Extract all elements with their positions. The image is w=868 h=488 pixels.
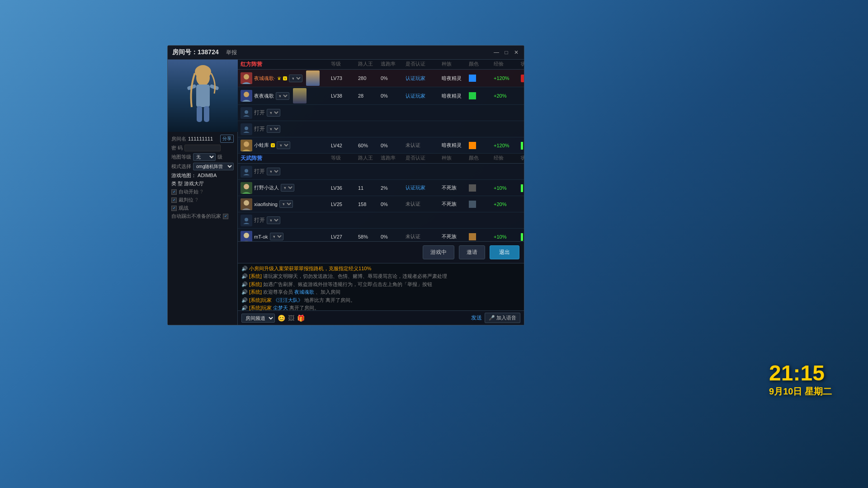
red-open-slot-1: 打开 ▾ [238, 105, 524, 121]
player-portrait [293, 88, 307, 103]
channel-select[interactable]: 房间频道 [241, 314, 275, 323]
open-slot-label: 打开 [254, 168, 265, 175]
chat-icon: 🔊 [241, 273, 248, 279]
game-address-value: ADIMBA [198, 173, 217, 178]
player-action-select[interactable]: ▾ [279, 200, 293, 208]
svg-rect-4 [197, 106, 202, 122]
player-race: 暗夜精灵 [442, 93, 469, 99]
main-window: 房间号：138724 举报 — □ ✕ [167, 45, 524, 325]
open-slot-select[interactable]: ▾ [267, 125, 280, 133]
player-name-text: mT-ok [254, 234, 268, 239]
col-color: 颜色 [469, 61, 494, 68]
judge-row: 裁判位 ? [171, 197, 234, 203]
title-bar: 房间号：138724 举报 — □ ✕ [168, 46, 524, 60]
chat-line-4: 🔊 [系统] 欢迎尊享会员 夜城魂歌 、加入房间 [241, 289, 520, 296]
svg-point-22 [244, 233, 249, 238]
svg-rect-1 [196, 84, 210, 107]
player-road: 158 [358, 202, 381, 207]
open-slot-select[interactable]: ▾ [267, 109, 280, 117]
voice-button[interactable]: 🎤 加入语音 [485, 313, 520, 323]
send-button[interactable]: 发送 [471, 314, 482, 322]
teams-area: 红方阵营 等级 路人王 逃跑率 是否认证 种族 颜色 经验 状态 [238, 60, 524, 241]
player-escape: 0% [381, 75, 406, 81]
status-button[interactable]: 状 [521, 75, 524, 82]
open-slot-content: 打开 ▾ [241, 166, 331, 178]
player-exp: +10% [494, 185, 521, 191]
player-escape: 0% [381, 93, 406, 99]
chat-input-bar: 房间频道 😊 🖼 🎁 发送 🎤 加入语音 [238, 310, 524, 325]
red-player-2: 夜夜魂歌 ▾ LV38 28 0% 认证玩家 暗夜精灵 +20% [238, 87, 524, 105]
svg-point-17 [244, 184, 249, 189]
observer-race: 暗夜精灵 [442, 142, 469, 149]
minimize-button[interactable]: — [493, 49, 500, 56]
open-slot-select[interactable]: ▾ [267, 216, 280, 224]
player-action-select[interactable]: ▾ [281, 184, 294, 192]
maximize-button[interactable]: □ [503, 49, 509, 56]
game-type: 类 型 游戏大厅 [171, 180, 234, 187]
col-auth-b: 是否认证 [406, 155, 442, 162]
close-button[interactable]: ✕ [513, 49, 519, 56]
quit-button[interactable]: 退出 [490, 245, 519, 259]
player-name-text: 夜城魂歌· [254, 75, 275, 82]
room-name-value: 111111111 [188, 136, 218, 141]
mode-select[interactable]: omg随机阵营 [193, 163, 234, 170]
open-slot-label: 打开 [254, 125, 265, 133]
ingame-button[interactable]: 游戏中 [423, 245, 454, 259]
open-slot-icon [241, 107, 252, 119]
game-address: 游戏地图： ADIMBA [171, 172, 234, 179]
chat-player-link: 尘梦天 [273, 305, 288, 310]
player-name-text: xiaofishing [254, 202, 278, 207]
observer-name: 小蛙库 [254, 142, 269, 149]
invite-button[interactable]: 邀请 [459, 245, 485, 259]
pwd-input[interactable] [184, 145, 221, 151]
player-level: LV25 [331, 202, 358, 207]
chat-text-2: 、加入房间 [316, 289, 340, 295]
player-action-select[interactable]: ▾ [277, 141, 290, 149]
clock-time: 21:15 [769, 361, 832, 385]
col-race-b: 种族 [442, 155, 469, 162]
auto-kick-label: 自动踢出不准备的玩家 [171, 213, 221, 220]
player-action-select[interactable]: ▾ [289, 75, 302, 82]
player-avatar [241, 72, 252, 84]
hero-image-panel [168, 60, 238, 132]
crown-icon: ♛ [277, 76, 281, 81]
open-slot-select[interactable]: ▾ [267, 168, 280, 175]
player-action-select[interactable]: ▾ [270, 233, 283, 240]
voice-label: 加入语音 [496, 315, 516, 320]
col-escape-b: 逃跑率 [381, 155, 406, 162]
player-name-cell: mT-ok ▾ [241, 231, 331, 242]
auto-start-checkbox[interactable] [171, 189, 177, 195]
red-team-header: 红方阵营 等级 路人王 逃跑率 是否认证 种族 颜色 经验 状态 [238, 60, 524, 70]
chat-text: 小房间升级入案荣获翠翠报指路机，克服指定经义110% [249, 266, 371, 271]
chat-text: 如遇广告刷屏、账盗游戏外挂等违规行为，可立即点击左上角的「举报」按钮 [263, 282, 432, 287]
spectate-checkbox[interactable] [171, 206, 177, 211]
report-button[interactable]: 举报 [226, 49, 237, 56]
observer-road: 60% [358, 143, 381, 148]
chat-icon: 🔊 [241, 305, 248, 310]
judge-checkbox[interactable] [171, 197, 177, 203]
blue-player-3: mT-ok ▾ LV27 58% 0% 未认证 不死族 +10% ▌▌▌ [238, 229, 524, 241]
svg-point-6 [195, 65, 211, 79]
map-level-select[interactable]: 无 [193, 153, 216, 161]
image-icon[interactable]: 🖼 [288, 314, 294, 322]
col-status: 状态 [521, 61, 524, 68]
emoji-icon[interactable]: 😊 [278, 314, 285, 322]
auto-kick-row: 自动踢出不准备的玩家 [171, 213, 234, 220]
player-auth: 认证玩家 [406, 93, 442, 99]
open-slot-content: 打开 ▾ [241, 123, 331, 135]
player-level: LV27 [331, 234, 358, 239]
mode-row: 模式选择 omg随机阵营 [171, 163, 234, 170]
svg-point-8 [244, 74, 249, 80]
observer-row: 小蛙库 V ▾ LV42 60% 0% 未认证 暗夜精灵 +120% ▌▌▌ [238, 137, 524, 154]
auto-kick-checkbox[interactable] [223, 214, 228, 219]
share-button[interactable]: 分享 [220, 135, 234, 143]
sidebar: 房间名 111111111 分享 密 码 地图等级 无 级 模式选择 [168, 60, 238, 325]
svg-point-20 [245, 218, 248, 221]
col-escape: 逃跑率 [381, 61, 406, 68]
chat-icon: 🔊 [241, 282, 248, 287]
open-slot-content: 打开 ▾ [241, 215, 331, 226]
gift-icon[interactable]: 🎁 [297, 314, 305, 322]
player-action-select[interactable]: ▾ [276, 92, 289, 100]
player-road: 280 [358, 75, 381, 81]
window-controls: — □ ✕ [493, 49, 519, 56]
